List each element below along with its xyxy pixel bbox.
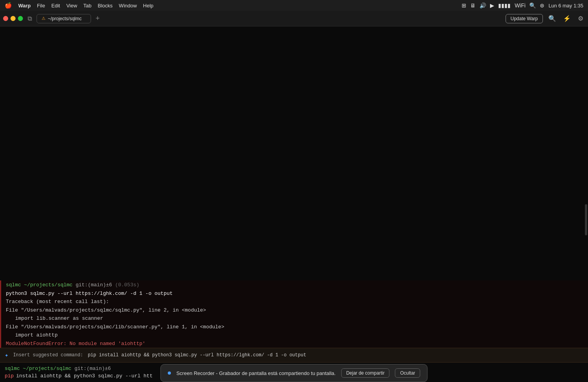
datetime-display: Lun 6 may 1:35 — [548, 3, 583, 9]
stop-sharing-button[interactable]: Dejar de compartir — [341, 368, 390, 378]
maximize-button[interactable] — [18, 16, 23, 21]
file-menu[interactable]: File — [37, 3, 45, 9]
search-icon[interactable]: 🔍 — [547, 14, 558, 23]
traffic-lights — [3, 16, 23, 21]
prompt-git: git:(main)±6 — [75, 282, 112, 288]
screen-recorder-bar: Screen Recorder - Grabador de pantalla e… — [160, 364, 427, 382]
executed-command: python3 sqlmc.py --url https://lghk.com/… — [1, 289, 588, 298]
play-icon[interactable]: ▶ — [490, 2, 494, 9]
new-prompt-user: sqlmc — [5, 366, 20, 371]
tab-title: ~/projects/sqlmc — [48, 16, 82, 21]
command-block: sqlmc ~/projects/sqlmc git:(main)±6 (0.0… — [0, 280, 588, 348]
close-button[interactable] — [3, 16, 8, 21]
terminal-empty-space — [0, 26, 588, 280]
battery-icon[interactable]: ▮▮▮▮ — [498, 2, 511, 9]
minimize-button[interactable] — [10, 16, 16, 21]
output-line-4: File "/Users/malvads/projects/sqlmc/lib/… — [1, 323, 588, 331]
output-line-6: ModuleNotFoundError: No module named 'ai… — [1, 340, 588, 348]
tab-warning-icon: ⚠ — [42, 16, 46, 21]
suggestion-command-text: pip install aiohttp && python3 sqlmc.py … — [88, 352, 306, 358]
view-menu[interactable]: View — [66, 3, 77, 9]
new-command-text: install aiohttp && python3 sqlmc.py --ur… — [16, 373, 152, 379]
mission-control-icon[interactable]: ⊞ — [462, 2, 466, 9]
prompt-line: sqlmc ~/projects/sqlmc git:(main)±6 (0.0… — [1, 280, 588, 289]
suggestion-label: Insert suggested command: — [13, 352, 83, 358]
suggestion-bar[interactable]: ✦ Insert suggested command: pip install … — [0, 348, 588, 363]
prompt-user: sqlmc — [6, 282, 21, 288]
display-icon[interactable]: 🖥 — [470, 2, 476, 9]
active-tab[interactable]: ⚠ ~/projects/sqlmc — [37, 14, 91, 23]
new-prompt-dir: ~/projects/sqlmc — [23, 366, 72, 371]
control-center-icon[interactable]: ⊛ — [540, 2, 544, 9]
output-line-1: Traceback (most recent call last): — [1, 298, 588, 306]
output-line-2: File "/Users/malvads/projects/sqlmc/sqlm… — [1, 306, 588, 315]
output-line-5: import aiohttp — [1, 331, 588, 340]
tab-menu[interactable]: Tab — [83, 3, 91, 9]
new-tab-button[interactable]: + — [93, 14, 103, 24]
output-line-3: import lib.scanner as scanner — [1, 314, 588, 323]
pip-keyword: pip — [5, 373, 14, 379]
wifi-icon[interactable]: WiFi — [514, 2, 525, 9]
search-menubar-icon[interactable]: 🔍 — [529, 2, 536, 9]
terminal-area: sqlmc ~/projects/sqlmc git:(main)±6 (0.0… — [0, 26, 588, 382]
menu-bar-left: 🍎 Warp File Edit View Tab Blocks Window … — [5, 2, 154, 9]
app-name-menu[interactable]: Warp — [18, 3, 31, 9]
prompt-dir: ~/projects/sqlmc — [24, 282, 73, 288]
menu-bar: 🍎 Warp File Edit View Tab Blocks Window … — [0, 0, 588, 11]
edit-menu[interactable]: Edit — [51, 3, 60, 9]
prompt-timing: (0.053s) — [115, 282, 139, 288]
window-menu[interactable]: Window — [119, 3, 137, 9]
new-prompt-git: git:(main)±6 — [74, 366, 111, 371]
help-menu[interactable]: Help — [143, 3, 154, 9]
hide-button[interactable]: Ocultar — [395, 368, 420, 378]
tab-groups-icon[interactable]: ⧉ — [28, 15, 32, 22]
update-warp-button[interactable]: Update Warp — [506, 14, 543, 23]
sound-icon[interactable]: 🔊 — [480, 2, 486, 9]
scrollbar[interactable] — [585, 204, 587, 235]
tab-bar-right: Update Warp 🔍 ⚡ ⚙ — [506, 14, 585, 23]
menu-bar-right: ⊞ 🖥 🔊 ▶ ▮▮▮▮ WiFi 🔍 ⊛ Lun 6 may 1:35 — [462, 2, 583, 9]
blocks-menu[interactable]: Blocks — [98, 3, 112, 9]
apple-logo-icon[interactable]: 🍎 — [5, 2, 12, 9]
settings-icon[interactable]: ⚙ — [576, 14, 585, 23]
record-indicator-icon — [168, 371, 171, 375]
suggestion-icon: ✦ — [5, 351, 9, 359]
tab-bar: ⧉ ⚠ ~/projects/sqlmc + Update Warp 🔍 ⚡ ⚙ — [0, 11, 588, 26]
screen-recorder-text: Screen Recorder - Grabador de pantalla e… — [176, 370, 336, 376]
lightning-icon[interactable]: ⚡ — [562, 14, 572, 23]
